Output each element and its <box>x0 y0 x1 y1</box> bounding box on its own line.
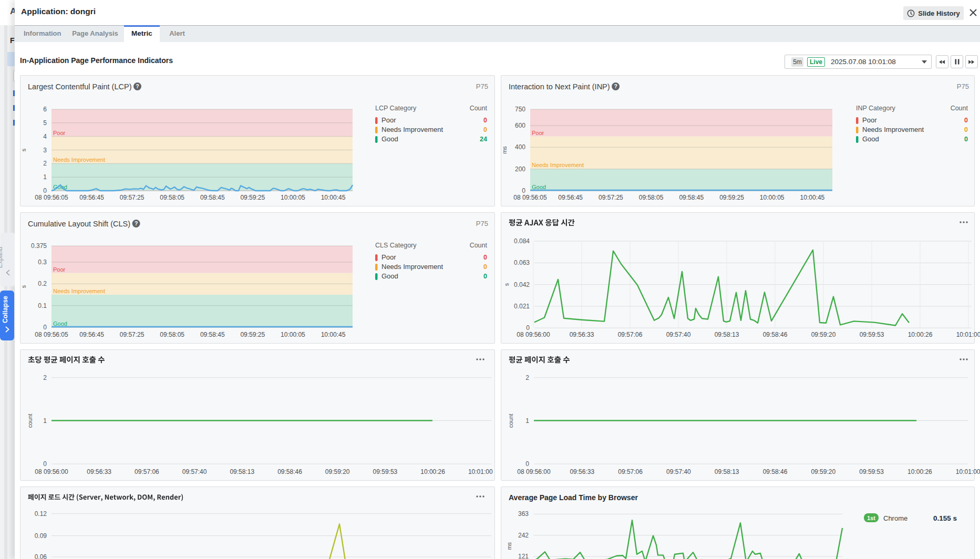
svg-text:09:57:25: 09:57:25 <box>120 194 145 201</box>
svg-text:ms: ms <box>506 542 512 550</box>
svg-text:09:58:13: 09:58:13 <box>715 331 739 338</box>
svg-text:Needs Improvement: Needs Improvement <box>862 126 924 133</box>
svg-text:10:01:00: 10:01:00 <box>956 331 980 338</box>
svg-text:Good: Good <box>381 272 398 280</box>
svg-text:10:00:45: 10:00:45 <box>321 194 346 201</box>
svg-text:2: 2 <box>525 374 529 381</box>
svg-text:10:00:45: 10:00:45 <box>321 331 346 338</box>
svg-text:09:57:06: 09:57:06 <box>618 468 643 475</box>
svg-text:Largest Contentful Paint (LCP): Largest Contentful Paint (LCP) <box>28 82 131 91</box>
svg-text:LCP Category: LCP Category <box>375 105 417 112</box>
svg-text:0.155 s: 0.155 s <box>933 514 957 522</box>
svg-text:0: 0 <box>964 136 968 143</box>
svg-text:10:00:26: 10:00:26 <box>908 331 933 338</box>
svg-text:Collapse: Collapse <box>2 296 9 323</box>
svg-text:0.06: 0.06 <box>35 553 47 559</box>
svg-text:0: 0 <box>43 460 47 468</box>
svg-text:10:00:26: 10:00:26 <box>420 468 445 475</box>
svg-text:09:57:40: 09:57:40 <box>666 468 691 475</box>
svg-text:09:59:20: 09:59:20 <box>811 331 836 338</box>
svg-text:0: 0 <box>483 117 487 124</box>
svg-text:0: 0 <box>964 126 968 133</box>
svg-text:s: s <box>20 285 27 288</box>
svg-text:09:59:25: 09:59:25 <box>240 194 265 201</box>
svg-text:Count: Count <box>470 242 488 249</box>
svg-text:0: 0 <box>483 126 487 133</box>
svg-text:P75: P75 <box>476 82 488 90</box>
svg-text:08 09:56:00: 08 09:56:00 <box>517 468 551 475</box>
svg-text:Poor: Poor <box>53 130 66 136</box>
svg-text:Needs Improvement: Needs Improvement <box>532 162 584 168</box>
svg-text:?: ? <box>135 220 138 226</box>
svg-text:08 09:56:00: 08 09:56:00 <box>517 331 550 338</box>
svg-text:09:56:45: 09:56:45 <box>79 331 104 338</box>
svg-text:Good: Good <box>532 184 546 190</box>
svg-text:09:58:45: 09:58:45 <box>200 194 225 201</box>
svg-text:09:56:33: 09:56:33 <box>570 468 594 475</box>
svg-text:09:56:45: 09:56:45 <box>558 194 583 201</box>
svg-text:0: 0 <box>522 187 525 194</box>
svg-text:0.1: 0.1 <box>38 302 47 309</box>
svg-text:09:56:45: 09:56:45 <box>79 194 104 201</box>
svg-text:09:58:45: 09:58:45 <box>200 331 225 338</box>
svg-text:0.12: 0.12 <box>35 510 47 517</box>
svg-text:09:58:45: 09:58:45 <box>679 194 704 201</box>
svg-text:0.09: 0.09 <box>35 532 47 540</box>
svg-text:09:57:40: 09:57:40 <box>666 331 691 338</box>
svg-text:0: 0 <box>483 273 487 280</box>
svg-text:count: count <box>27 413 33 428</box>
svg-text:5: 5 <box>43 119 47 127</box>
svg-text:Poor: Poor <box>862 116 877 124</box>
svg-text:10:01:00: 10:01:00 <box>468 468 493 475</box>
svg-text:08 09:56:05: 08 09:56:05 <box>35 194 68 201</box>
svg-text:0: 0 <box>483 254 487 261</box>
svg-text:Good: Good <box>862 135 879 143</box>
svg-text:09:57:25: 09:57:25 <box>120 331 145 338</box>
svg-text:10:00:26: 10:00:26 <box>907 468 932 475</box>
svg-text:0.042: 0.042 <box>514 281 530 288</box>
svg-text:s: s <box>503 283 510 286</box>
svg-text:10:00:05: 10:00:05 <box>281 331 305 338</box>
svg-text:09:58:46: 09:58:46 <box>277 468 302 475</box>
svg-text:09:57:06: 09:57:06 <box>618 331 643 338</box>
svg-text:Needs Improvement: Needs Improvement <box>381 126 443 133</box>
svg-text:750: 750 <box>515 106 525 113</box>
svg-text:Cumulative Layout Shift (CLS): Cumulative Layout Shift (CLS) <box>28 220 130 228</box>
svg-text:6: 6 <box>43 106 47 113</box>
svg-text:09:59:25: 09:59:25 <box>719 194 744 201</box>
svg-text:Chrome: Chrome <box>883 514 907 522</box>
svg-text:Poor: Poor <box>381 116 396 124</box>
svg-text:09:59:25: 09:59:25 <box>240 331 265 338</box>
svg-text:0: 0 <box>43 324 47 331</box>
svg-text:08 09:56:05: 08 09:56:05 <box>513 194 547 201</box>
svg-text:count: count <box>508 413 514 428</box>
svg-text:09:57:06: 09:57:06 <box>135 468 159 475</box>
svg-text:09:56:33: 09:56:33 <box>570 331 594 338</box>
svg-text:09:58:05: 09:58:05 <box>160 194 184 201</box>
svg-text:Average Page Load Time by Brow: Average Page Load Time by Browser <box>509 493 638 502</box>
svg-text:09:59:20: 09:59:20 <box>811 468 835 475</box>
svg-text:08 09:56:00: 08 09:56:00 <box>35 468 68 475</box>
svg-text:?: ? <box>614 83 617 89</box>
svg-text:09:59:53: 09:59:53 <box>373 468 398 475</box>
svg-text:INP Category: INP Category <box>856 105 896 112</box>
svg-text:P75: P75 <box>957 82 969 90</box>
svg-text:Count: Count <box>470 105 488 112</box>
svg-text:1st: 1st <box>867 515 875 521</box>
svg-text:121: 121 <box>518 553 529 559</box>
svg-text:400: 400 <box>515 143 525 151</box>
svg-text:08 09:56:05: 08 09:56:05 <box>35 331 68 338</box>
svg-text:Needs Improvement: Needs Improvement <box>53 288 105 294</box>
svg-text:0: 0 <box>43 187 47 194</box>
svg-text:09:59:53: 09:59:53 <box>859 468 884 475</box>
svg-text:09:57:25: 09:57:25 <box>599 194 623 201</box>
svg-text:Poor: Poor <box>532 130 544 136</box>
svg-text:09:58:46: 09:58:46 <box>763 331 788 338</box>
svg-text:Count: Count <box>951 105 968 112</box>
svg-text:Interaction to Next Paint (INP: Interaction to Next Paint (INP) <box>509 82 610 91</box>
svg-text:Needs Improvement: Needs Improvement <box>53 157 105 163</box>
svg-text:Expand: Expand <box>0 247 4 268</box>
svg-text:4: 4 <box>43 133 47 140</box>
svg-text:2: 2 <box>43 374 47 381</box>
svg-text:200: 200 <box>515 165 525 173</box>
